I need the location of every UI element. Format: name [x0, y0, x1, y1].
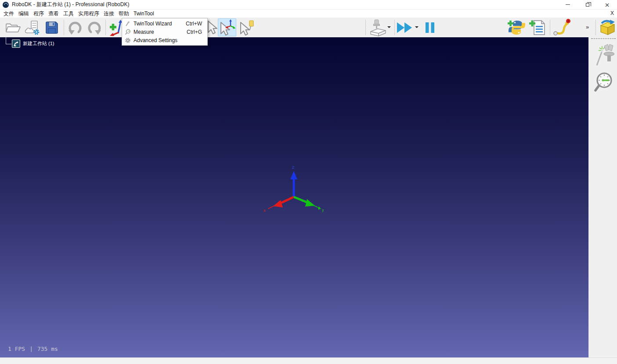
3d-viewport[interactable]: 新建工作站 (1) z x y 1 FPS|735 ms	[0, 37, 588, 357]
fast-simulation-button[interactable]	[396, 18, 414, 36]
toolbar-separator	[394, 20, 395, 35]
fast-forward-icon	[396, 22, 414, 33]
menu-item-shortcut: Ctrl+G	[187, 29, 202, 35]
window-title: RoboDK - 新建工作站 (1) - Professional (RoboD…	[12, 1, 558, 8]
toolbar-separator	[105, 20, 106, 35]
pause-simulation-button[interactable]	[421, 18, 439, 36]
toolbar-separator	[595, 20, 596, 35]
window-controls: ×	[558, 0, 617, 9]
menu-program[interactable]: 程序	[31, 10, 46, 18]
machining-dropdown-caret[interactable]	[387, 26, 391, 28]
menu-bar: 文件 编辑 程序 查看 工具 实用程序 连接 帮助 TwinTool X	[0, 10, 617, 18]
axis-x-label: x	[263, 208, 266, 213]
minimize-button[interactable]	[558, 0, 577, 9]
python-icon	[508, 19, 526, 36]
menu-file[interactable]: 文件	[1, 10, 16, 18]
twintool-dropdown-menu: TwinTool Wizard Ctrl+W Measure Ctrl+G Ad…	[122, 18, 208, 46]
open-file-button[interactable]	[4, 18, 22, 36]
add-curve-path-button[interactable]	[552, 18, 571, 36]
station-label: 新建工作站 (1)	[23, 40, 54, 47]
menu-tools[interactable]: 工具	[61, 10, 76, 18]
toolbar-separator	[550, 20, 550, 35]
twintool-palette	[591, 37, 616, 96]
pause-icon	[424, 21, 436, 34]
menubar-close-button[interactable]: X	[609, 10, 615, 16]
redo-button[interactable]	[85, 18, 104, 36]
wand-icon	[122, 21, 134, 27]
save-station-button[interactable]	[43, 18, 61, 36]
library-icon	[24, 20, 41, 35]
menu-item-shortcut: Ctrl+W	[186, 21, 202, 27]
cursor-pin-icon	[238, 19, 256, 36]
box-export-icon	[598, 19, 617, 36]
world-frame-axes: z x y	[261, 164, 327, 217]
close-button[interactable]: ×	[597, 0, 617, 9]
menu-item-twintool-wizard[interactable]: TwinTool Wizard Ctrl+W	[122, 19, 207, 28]
restore-icon	[586, 3, 589, 7]
toolbar-separator	[365, 20, 366, 35]
station-icon	[12, 39, 20, 48]
simulation-speed-caret[interactable]	[415, 26, 419, 28]
add-program-icon	[529, 19, 547, 36]
bottom-status-strip	[0, 357, 617, 364]
save-icon	[45, 21, 59, 35]
menu-item-measure[interactable]: Measure Ctrl+G	[122, 28, 207, 36]
machining-tool-icon	[369, 19, 390, 36]
magnifier-icon	[122, 29, 134, 35]
toolbar-separator	[64, 20, 64, 35]
redo-icon	[86, 20, 103, 35]
viewport-status-text: 1 FPS|735 ms	[8, 346, 62, 352]
render-time-value: 735 ms	[37, 346, 58, 352]
menu-item-advanced-settings[interactable]: Advanced Settings	[122, 36, 207, 44]
export-simulation-button[interactable]	[598, 18, 617, 36]
measure-button[interactable]	[591, 69, 616, 96]
minimize-icon	[566, 4, 570, 5]
title-bar: RoboDK - 新建工作站 (1) - Professional (RoboD…	[0, 0, 617, 10]
robodk-logo-icon	[3, 2, 9, 8]
undo-icon	[67, 20, 83, 35]
toolbar-overflow-button[interactable]: »	[586, 24, 588, 30]
status-divider: |	[29, 346, 33, 352]
palette-drag-handle[interactable]	[591, 38, 616, 40]
restore-button[interactable]	[577, 0, 597, 9]
axis-z-label: z	[292, 164, 295, 170]
menu-item-label: TwinTool Wizard	[134, 21, 186, 27]
open-library-button[interactable]	[23, 18, 42, 36]
fps-value: 1 FPS	[8, 346, 25, 352]
tree-item-station[interactable]: 新建工作站 (1)	[12, 39, 54, 48]
close-icon: ×	[605, 2, 610, 8]
add-python-script-button[interactable]	[508, 18, 526, 36]
axis-y-label: y	[322, 208, 324, 212]
select-move-frame-button[interactable]	[218, 18, 236, 36]
add-program-button[interactable]	[529, 18, 547, 36]
twintool-wizard-icon	[592, 43, 614, 68]
twintool-wizard-button[interactable]	[591, 42, 616, 69]
undo-button[interactable]	[66, 18, 84, 36]
menu-utilities[interactable]: 实用程序	[76, 10, 101, 18]
right-dock-area	[588, 37, 617, 357]
main-toolbar: »	[0, 18, 617, 37]
add-target-cursor-button[interactable]	[238, 18, 256, 36]
tree-branch-line	[6, 37, 11, 44]
menu-edit[interactable]: 编辑	[16, 10, 31, 18]
path-target-icon	[552, 18, 571, 37]
measure-gauge-icon	[592, 70, 614, 95]
menu-view[interactable]: 查看	[46, 10, 61, 18]
gear-icon	[122, 37, 134, 43]
cursor-frame-icon	[218, 19, 236, 36]
menu-twintool[interactable]: TwinTool	[131, 10, 156, 18]
menu-connect[interactable]: 连接	[101, 10, 116, 18]
menu-item-label: Measure	[134, 29, 187, 35]
menu-help[interactable]: 帮助	[116, 10, 131, 18]
open-folder-icon	[4, 21, 21, 34]
menu-item-label: Advanced Settings	[134, 37, 202, 43]
